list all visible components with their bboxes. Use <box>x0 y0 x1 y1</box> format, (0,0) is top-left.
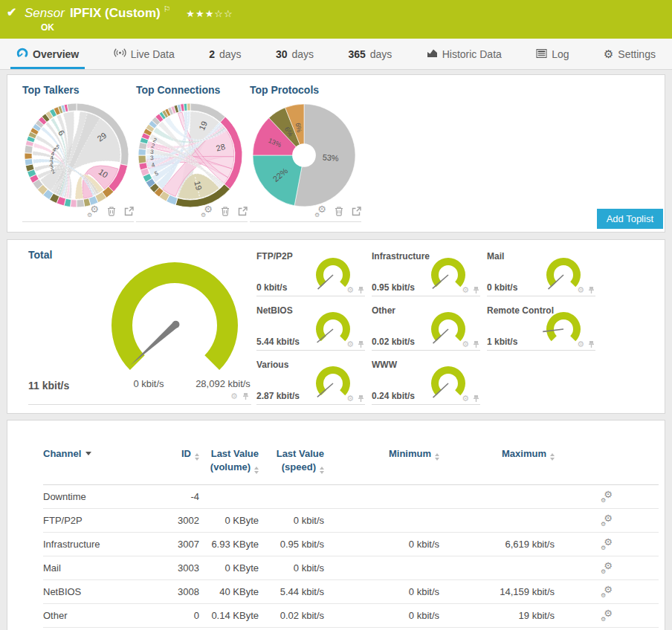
toplist-title: Top Connections <box>136 84 248 96</box>
pin-icon[interactable] <box>242 392 250 400</box>
toplist-title: Top Talkers <box>22 84 134 96</box>
column-header-maximum[interactable]: Maximum <box>439 447 555 461</box>
channel-settings-button[interactable]: ⚙⚙ <box>601 491 613 501</box>
column-header-channel[interactable]: Channel <box>43 447 162 461</box>
gauge-settings-icon[interactable]: ⚙ <box>462 286 469 294</box>
channel-settings-button[interactable]: ⚙⚙ <box>601 515 613 525</box>
gauge-settings-icon[interactable]: ⚙ <box>462 340 469 348</box>
pin-icon[interactable] <box>357 340 365 348</box>
cell-min <box>324 485 439 508</box>
sensor-title: SensorIPFIX (Custom)⚐ ★★★☆☆ <box>25 4 233 21</box>
tab-label: days <box>370 48 392 60</box>
gauge-cell-mail: Mail0 kbit/s⚙ <box>487 251 595 296</box>
channel-settings-button[interactable]: ⚙⚙ <box>601 562 613 573</box>
sensor-name: IPFIX (Custom) <box>70 6 161 20</box>
gauge-channel-label: NetBIOS <box>256 305 293 316</box>
gauge-actions: ⚙ <box>346 394 365 403</box>
channel-table: ChannelIDLast Value (volume)Last Value (… <box>43 447 659 628</box>
cell-vol: 0.14 KByte <box>199 604 259 627</box>
channel-settings-button[interactable]: ⚙⚙ <box>601 586 613 597</box>
delete-icon[interactable] <box>221 206 230 216</box>
gauge-settings-icon[interactable]: ⚙ <box>577 340 584 348</box>
tab-bar: OverviewLive Data2days30days365daysHisto… <box>0 39 672 70</box>
cell-min: 0 kbit/s <box>324 580 439 603</box>
top-protocols-chart[interactable]: 53%22%13%6%6% <box>252 103 356 207</box>
column-header-last-value-volume-[interactable]: Last Value (volume) <box>199 447 259 474</box>
delete-icon[interactable] <box>335 206 343 216</box>
toplist-actions: ⚙⚙ <box>136 203 248 222</box>
gauge-settings-icon[interactable]: ⚙ <box>346 340 354 348</box>
cell-max <box>439 509 555 532</box>
tab-number: 30 <box>276 48 288 60</box>
gauge-settings-icon[interactable]: ⚙ <box>346 394 354 403</box>
tab-number: 365 <box>348 48 365 60</box>
add-toplist-button[interactable]: Add Toplist <box>597 209 663 229</box>
gauge-actions: ⚙ <box>462 394 480 403</box>
pin-icon[interactable] <box>472 340 480 348</box>
tab-2-days[interactable]: 2days <box>201 39 248 69</box>
gauge-settings-icon[interactable]: ⚙ <box>346 286 354 294</box>
divider <box>28 404 251 405</box>
pin-icon[interactable] <box>587 340 595 348</box>
gauge-settings-icon[interactable]: ⚙ <box>230 392 238 400</box>
table-row-other: Other00.14 KByte0.02 kbit/s0 kbit/s19 kb… <box>43 604 659 628</box>
delete-icon[interactable] <box>107 206 116 216</box>
gauge-value: 2.87 kbit/s <box>256 391 300 401</box>
channel-settings-button[interactable]: ⚙⚙ <box>601 539 613 549</box>
cell-speed: 0.95 kbit/s <box>259 533 324 556</box>
settings-icon: ⚙ <box>604 48 613 59</box>
top-connections-chart[interactable]: 192819223345 <box>138 103 242 207</box>
pin-icon[interactable] <box>587 286 595 294</box>
top-talkers-chart[interactable]: 629102334445 <box>25 103 129 207</box>
cell-max: 6,619 kbit/s <box>439 533 555 556</box>
svg-text:53%: 53% <box>322 152 339 163</box>
cell-speed: 5.44 kbit/s <box>259 580 324 603</box>
gauge-channel-label: WWW <box>372 360 397 370</box>
gauge-channel-label: Various <box>256 360 288 370</box>
table-row-ftp-p2p: FTP/P2P30020 KByte0 kbit/s⚙⚙ <box>43 509 659 533</box>
options-gear-icon[interactable]: ⚙⚙ <box>201 206 213 216</box>
tab-365-days[interactable]: 365days <box>340 39 399 69</box>
status-check-icon: ✔ <box>7 5 16 19</box>
tab-log[interactable]: Log <box>529 39 576 69</box>
tab-settings[interactable]: ⚙Settings <box>596 39 663 69</box>
cell-vol: 0 KByte <box>199 556 259 579</box>
open-icon[interactable] <box>352 207 361 216</box>
gauge-settings-icon[interactable]: ⚙ <box>462 394 469 403</box>
toplist-actions: ⚙⚙ <box>22 203 134 222</box>
pin-icon[interactable] <box>472 286 480 294</box>
pin-icon[interactable] <box>357 394 365 403</box>
options-gear-icon[interactable]: ⚙⚙ <box>87 206 99 216</box>
flag-icon[interactable]: ⚐ <box>164 4 171 13</box>
cell-max: 19 kbit/s <box>439 604 555 627</box>
gauge-cell-ftp-p2p: FTP/P2P0 kbit/s⚙ <box>256 251 365 296</box>
total-gauge-actions: ⚙ <box>230 392 250 400</box>
column-header-last-value-speed-[interactable]: Last Value (speed) <box>259 447 324 474</box>
cell-channel: Infrastructure <box>43 533 162 556</box>
tab-30-days[interactable]: 30days <box>268 39 321 69</box>
column-header-id[interactable]: ID <box>162 447 199 461</box>
tab-label: Historic Data <box>442 48 502 60</box>
column-header-minimum[interactable]: Minimum <box>324 447 439 461</box>
cell-speed <box>259 485 324 508</box>
toplists-card: Add Toplist Top Talkers629102334445⚙⚙Top… <box>7 74 665 233</box>
priority-stars[interactable]: ★★★☆☆ <box>186 8 233 19</box>
table-row-netbios: NetBIOS300840 KByte5.44 kbit/s0 kbit/s14… <box>43 580 659 604</box>
pin-icon[interactable] <box>472 394 480 403</box>
gauge-actions: ⚙ <box>577 340 595 348</box>
pin-icon[interactable] <box>357 286 365 294</box>
tab-label: Overview <box>33 48 79 60</box>
open-icon[interactable] <box>124 207 134 216</box>
toplist-panel-top-talkers: Top Talkers629102334445⚙⚙ <box>22 84 134 222</box>
cell-id: 3003 <box>162 556 199 579</box>
open-icon[interactable] <box>238 207 248 216</box>
tab-overview[interactable]: Overview <box>9 39 86 69</box>
log-icon <box>536 48 547 60</box>
sort-icon <box>320 467 324 474</box>
options-gear-icon[interactable]: ⚙⚙ <box>314 206 326 216</box>
gauge-settings-icon[interactable]: ⚙ <box>577 286 584 294</box>
tab-historic-data[interactable]: Historic Data <box>419 39 509 69</box>
channel-settings-button[interactable]: ⚙⚙ <box>601 610 613 620</box>
channel-table-card: ChannelIDLast Value (volume)Last Value (… <box>7 420 665 630</box>
tab-live-data[interactable]: Live Data <box>106 39 182 69</box>
